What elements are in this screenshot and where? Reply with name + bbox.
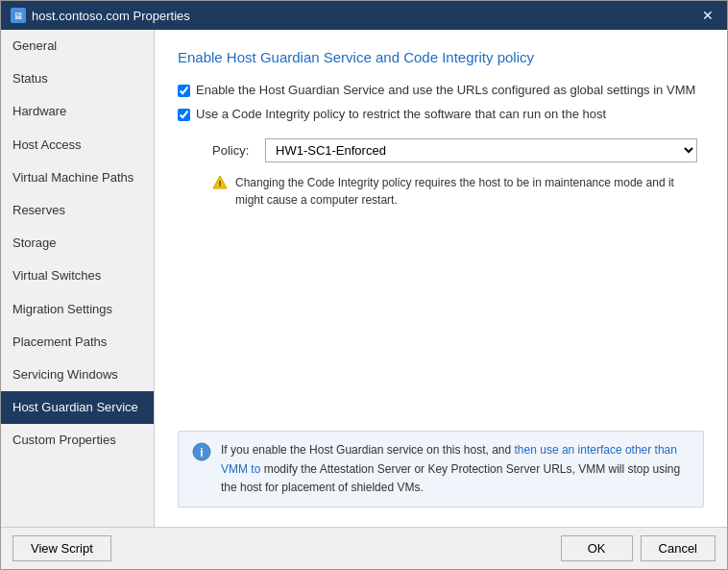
checkbox-row-1: Enable the Host Guardian Service and use… — [178, 83, 704, 97]
dialog-title: host.contoso.com Properties — [32, 9, 190, 23]
code-integrity-label: Use a Code Integrity policy to restrict … — [196, 107, 606, 121]
warning-box: ! Changing the Code Integrity policy req… — [212, 174, 704, 209]
content-area: Enable Host Guardian Service and Code In… — [155, 30, 727, 527]
sidebar-item-host-guardian-service[interactable]: Host Guardian Service — [1, 391, 154, 424]
sidebar-item-placement-paths[interactable]: Placement Paths — [1, 326, 154, 359]
checkbox-row-2: Use a Code Integrity policy to restrict … — [178, 107, 704, 121]
hgs-enable-checkbox[interactable] — [178, 85, 190, 97]
dialog-window: 🖥 host.contoso.com Properties ✕ GeneralS… — [0, 0, 728, 570]
content-title: Enable Host Guardian Service and Code In… — [178, 49, 704, 65]
sidebar-item-storage[interactable]: Storage — [1, 227, 154, 260]
info-highlight: then use an interface other than VMM to — [221, 443, 677, 475]
title-bar-left: 🖥 host.contoso.com Properties — [11, 8, 190, 23]
sidebar-item-hardware[interactable]: Hardware — [1, 95, 154, 128]
sidebar-item-custom-properties[interactable]: Custom Properties — [1, 424, 154, 457]
cancel-button[interactable]: Cancel — [641, 535, 716, 561]
dialog-body: GeneralStatusHardwareHost AccessVirtual … — [1, 30, 727, 527]
sidebar-item-migration-settings[interactable]: Migration Settings — [1, 293, 154, 326]
info-icon: i — [192, 442, 211, 461]
footer-right: OK Cancel — [561, 535, 716, 561]
policy-select[interactable]: HW1-SC1-Enforced HW1-SC1-Audit Default — [265, 138, 697, 162]
sidebar-item-host-access[interactable]: Host Access — [1, 129, 154, 161]
warning-icon: ! — [212, 175, 228, 190]
code-integrity-checkbox[interactable] — [178, 109, 190, 121]
info-text: If you enable the Host Guardian service … — [221, 441, 690, 497]
warning-text: Changing the Code Integrity policy requi… — [235, 174, 704, 209]
sidebar-item-virtual-switches[interactable]: Virtual Switches — [1, 260, 154, 292]
sidebar-item-reserves[interactable]: Reserves — [1, 194, 154, 227]
ok-button[interactable]: OK — [561, 535, 633, 561]
footer-left: View Script — [12, 535, 111, 561]
svg-text:!: ! — [219, 179, 222, 188]
title-bar: 🖥 host.contoso.com Properties ✕ — [1, 1, 727, 30]
window-icon: 🖥 — [11, 8, 26, 23]
info-box: i If you enable the Host Guardian servic… — [178, 431, 704, 508]
policy-label: Policy: — [212, 143, 255, 158]
sidebar-item-status[interactable]: Status — [1, 62, 154, 95]
sidebar: GeneralStatusHardwareHost AccessVirtual … — [1, 30, 155, 527]
hgs-enable-label: Enable the Host Guardian Service and use… — [196, 83, 695, 97]
sidebar-item-general[interactable]: General — [1, 30, 154, 62]
close-button[interactable]: ✕ — [698, 8, 717, 23]
svg-text:i: i — [200, 446, 203, 459]
dialog-footer: View Script OK Cancel — [1, 527, 727, 569]
sidebar-item-servicing-windows[interactable]: Servicing Windows — [1, 359, 154, 391]
content-spacer — [178, 209, 704, 423]
policy-row: Policy: HW1-SC1-Enforced HW1-SC1-Audit D… — [212, 138, 704, 162]
sidebar-item-virtual-machine-paths[interactable]: Virtual Machine Paths — [1, 161, 154, 194]
view-script-button[interactable]: View Script — [12, 535, 111, 561]
